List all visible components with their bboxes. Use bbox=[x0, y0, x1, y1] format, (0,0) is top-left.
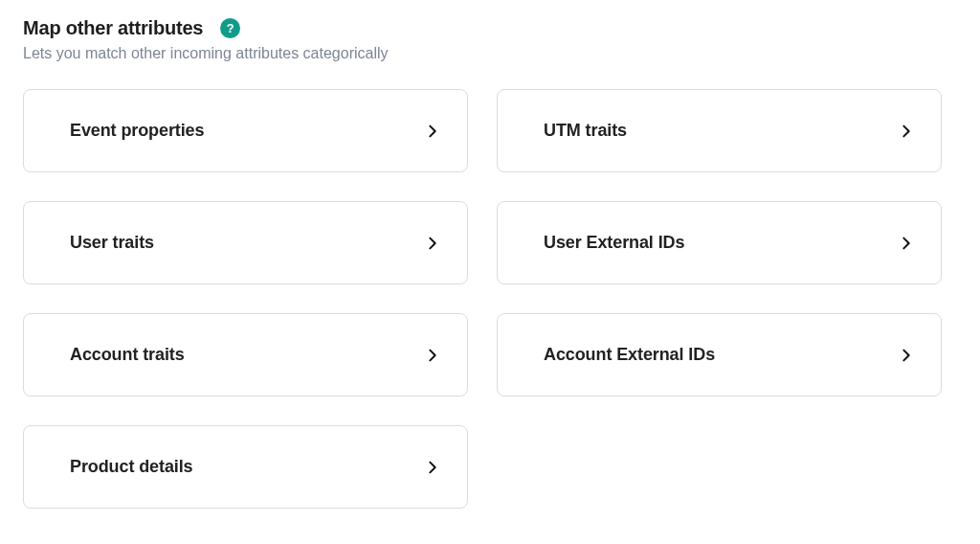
card-label: Product details bbox=[70, 457, 193, 477]
card-product-details[interactable]: Product details bbox=[23, 425, 468, 509]
card-label: UTM traits bbox=[544, 121, 627, 141]
card-label: Event properties bbox=[70, 121, 204, 141]
chevron-right-icon bbox=[425, 236, 440, 251]
chevron-right-icon bbox=[899, 124, 914, 139]
card-account-traits[interactable]: Account traits bbox=[23, 313, 468, 397]
card-user-external-ids[interactable]: User External IDs bbox=[497, 201, 942, 284]
page-subtitle: Lets you match other incoming attributes… bbox=[23, 45, 957, 62]
chevron-right-icon bbox=[899, 348, 914, 363]
card-event-properties[interactable]: Event properties bbox=[23, 89, 468, 172]
page-title: Map other attributes bbox=[23, 17, 203, 39]
section-header: Map other attributes ? bbox=[23, 17, 957, 39]
chevron-right-icon bbox=[425, 460, 440, 475]
card-label: User External IDs bbox=[544, 233, 684, 253]
card-utm-traits[interactable]: UTM traits bbox=[497, 89, 942, 172]
chevron-right-icon bbox=[899, 236, 914, 251]
attribute-card-grid: Event properties UTM traits User traits … bbox=[23, 89, 942, 509]
card-label: Account External IDs bbox=[544, 345, 715, 365]
chevron-right-icon bbox=[425, 348, 440, 363]
help-icon[interactable]: ? bbox=[220, 18, 240, 38]
chevron-right-icon bbox=[425, 124, 440, 139]
card-account-external-ids[interactable]: Account External IDs bbox=[497, 313, 942, 397]
card-label: User traits bbox=[70, 233, 154, 253]
card-user-traits[interactable]: User traits bbox=[23, 201, 468, 284]
card-label: Account traits bbox=[70, 345, 185, 365]
